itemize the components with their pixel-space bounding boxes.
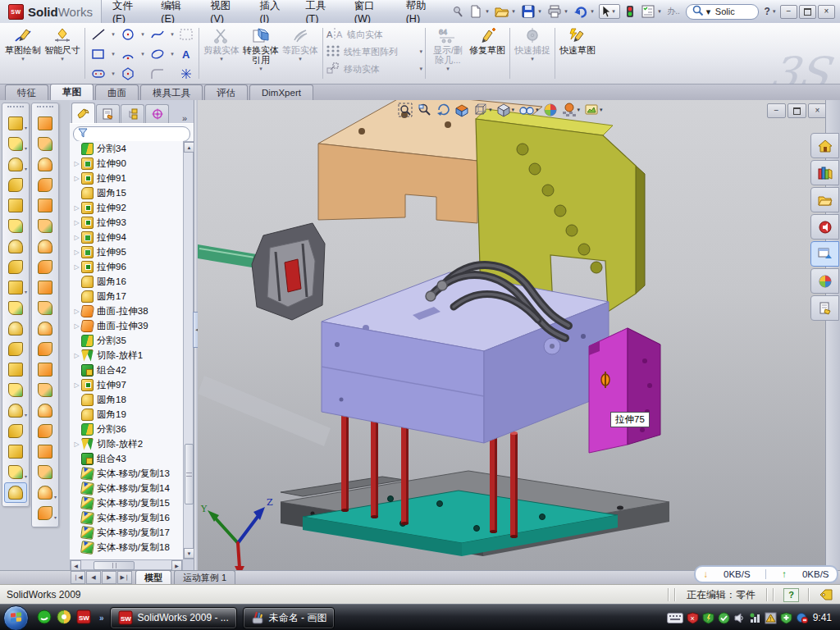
tree-item[interactable]: 组合43 <box>70 451 183 466</box>
expand-arrow-icon[interactable]: ▷ <box>72 175 81 182</box>
tree-filter-input[interactable] <box>73 126 190 142</box>
tree-item[interactable]: ▷拉伸97 <box>70 377 183 392</box>
extend-surface-button[interactable] <box>34 380 57 400</box>
tree-item[interactable]: 实体-移动/复制13 <box>70 466 183 481</box>
smart-dimension-button[interactable]: 智能尺寸▾ <box>43 23 82 84</box>
tree-item[interactable]: 圆角18 <box>70 392 183 407</box>
expand-arrow-icon[interactable]: ▷ <box>72 263 81 271</box>
ribbon-tab-草图[interactable]: 草图 <box>50 84 94 100</box>
configuration-manager-tab[interactable] <box>121 104 144 123</box>
tree-item[interactable]: 实体-移动/复制14 <box>70 481 183 495</box>
graphics-viewport[interactable]: Y Z X ▾▾▾▾▾ − × 拉伸75 <box>198 100 827 570</box>
doc-minimize-button[interactable]: − <box>767 103 786 118</box>
zoom-area-button[interactable] <box>417 103 431 117</box>
revolved-surface-button[interactable] <box>34 134 57 154</box>
wrap-button[interactable] <box>4 257 27 277</box>
swept-boss-button[interactable] <box>4 175 27 195</box>
rapid-sketch-button[interactable]: 快速草图 <box>558 23 597 84</box>
extruded-boss-button[interactable]: ▾ <box>4 113 27 134</box>
scroll-thumb[interactable] <box>185 444 194 504</box>
tray-network-icon[interactable] <box>749 612 761 624</box>
freeform-button[interactable] <box>34 257 57 277</box>
solidworks-forum-tab[interactable] <box>810 214 839 240</box>
expand-arrow-icon[interactable]: ▷ <box>72 322 81 330</box>
doc-restore-button[interactable] <box>788 103 806 118</box>
linear-sketch-pattern-button[interactable]: 线性草图阵列▾ <box>326 44 422 59</box>
tree-item[interactable]: 分割36 <box>70 422 183 436</box>
menu-文件[interactable]: 文件(F) <box>102 0 150 23</box>
tray-update-badge-icon[interactable] <box>718 612 730 624</box>
sketch-boxsel-button[interactable] <box>176 25 196 43</box>
save-button[interactable] <box>520 3 536 20</box>
sketch-circle-dropdown[interactable]: ▾ <box>141 31 144 38</box>
delete-face-button[interactable] <box>34 318 57 339</box>
tree-item[interactable]: 圆角15 <box>70 185 183 200</box>
repair-sketch-button[interactable]: 修复草图 <box>468 23 507 84</box>
rebuild-button[interactable] <box>622 3 638 20</box>
fillet-button[interactable]: ▾ <box>4 154 27 175</box>
sketch-rect-button[interactable] <box>89 45 108 63</box>
expand-arrow-icon[interactable]: ▷ <box>72 204 81 212</box>
model-clamp-unit[interactable] <box>252 223 325 320</box>
tree-item[interactable]: 圆角19 <box>70 407 183 422</box>
lofted-surface-button[interactable] <box>34 175 57 195</box>
quick-snaps-button[interactable]: 快速捕捉▾ <box>513 23 552 84</box>
scroll-down-button[interactable]: ▼ <box>184 548 194 559</box>
select-button[interactable]: ▾ <box>599 4 620 19</box>
taskbar-window-solidworks[interactable]: SWSolidWorks 2009 - ... <box>110 607 237 629</box>
status-tag-icon[interactable] <box>812 589 840 600</box>
centerline-button[interactable] <box>4 441 27 462</box>
tree-item[interactable]: 实体-移动/复制17 <box>70 525 183 540</box>
quicklaunch-solidworks[interactable]: SW <box>76 609 91 627</box>
thicken-button[interactable] <box>34 462 57 482</box>
feature-manager-tab[interactable] <box>71 103 95 123</box>
display-delete-relations-button[interactable]: 64显示/删除几...▾ <box>428 23 468 84</box>
tree-item[interactable]: ▷拉伸96 <box>70 259 183 274</box>
expand-arrow-icon[interactable]: ▷ <box>72 308 81 315</box>
sketch-slot-dropdown[interactable]: ▾ <box>112 71 115 77</box>
sketch-line-dropdown[interactable]: ▾ <box>112 31 115 38</box>
print-button[interactable] <box>546 3 563 20</box>
tree-item[interactable]: 实体-移动/复制15 <box>70 495 183 510</box>
pin-button[interactable] <box>450 3 466 20</box>
boundary-surface-button[interactable] <box>34 195 57 216</box>
ribbon-tab-模具工具[interactable]: 模具工具 <box>140 84 203 100</box>
ribbon-tab-DimXpert[interactable]: DimXpert <box>249 84 313 100</box>
lofted-boss-button[interactable] <box>4 195 27 216</box>
doc-close-button[interactable]: × <box>808 103 827 118</box>
quicklaunch-messenger[interactable] <box>37 609 52 627</box>
motion-study-tab[interactable]: 运动算例 1 <box>174 570 235 584</box>
tree-item[interactable]: ▷拉伸90 <box>70 156 183 171</box>
convert-entities-button[interactable]: 转换实体引用▾ <box>241 23 281 84</box>
prev-tab-button[interactable]: ◀ <box>86 571 101 584</box>
toolbar-overflow[interactable]: 办.. <box>667 6 680 17</box>
next-tab-button[interactable]: ▶ <box>102 571 116 584</box>
options-button[interactable] <box>640 3 656 20</box>
sketch-arc-button[interactable] <box>118 45 138 63</box>
tree-item[interactable]: 实体-移动/复制18 <box>70 540 183 555</box>
tree-item[interactable]: ▷切除-放样2 <box>70 436 183 451</box>
file-explorer-tab[interactable] <box>810 187 839 212</box>
ruled-surface-button[interactable] <box>34 298 57 318</box>
undo-dropdown-icon[interactable]: ▾ <box>591 8 597 15</box>
help-dropdown-icon[interactable]: ▾ <box>773 8 778 15</box>
sketch-text-button[interactable]: A <box>176 45 196 63</box>
tray-antivirus-shield-icon[interactable]: × <box>687 612 699 624</box>
sketch-arc-dropdown[interactable]: ▾ <box>141 51 144 57</box>
ribbon-tab-特征[interactable]: 特征 <box>5 84 48 100</box>
planar-surface-button[interactable] <box>34 236 57 257</box>
menu-窗口[interactable]: 窗口(W) <box>344 0 395 23</box>
replace-face-button[interactable] <box>34 339 57 359</box>
offset-entities-button[interactable]: 等距实体▾ <box>281 23 320 84</box>
filled-surface-button[interactable] <box>34 216 57 236</box>
expand-arrow-icon[interactable]: ▷ <box>72 352 81 359</box>
minimize-button[interactable]: − <box>780 5 797 19</box>
restore-button[interactable] <box>799 5 816 19</box>
expand-arrow-icon[interactable]: ▷ <box>72 160 81 167</box>
property-manager-tab[interactable] <box>96 104 120 123</box>
apply-scene-button[interactable]: ▾ <box>562 103 581 117</box>
tray-guard-shield-icon[interactable] <box>780 612 792 624</box>
fillet-surface-button[interactable] <box>34 441 57 462</box>
surf-spline-button[interactable]: ▾ <box>34 503 57 523</box>
mirror-entities-button[interactable]: AA镜向实体 <box>326 27 422 42</box>
